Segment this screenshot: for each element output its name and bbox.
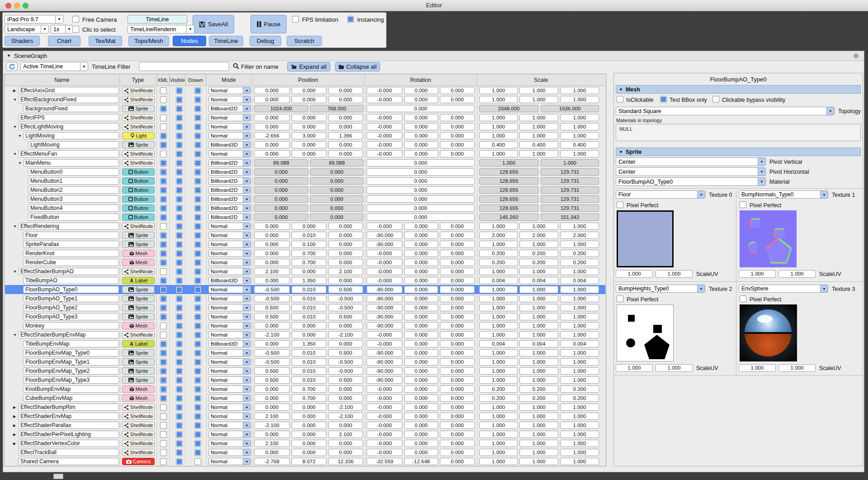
xml-checkbox[interactable] <box>160 404 167 411</box>
rotation-field[interactable]: 0.000 <box>404 241 438 248</box>
active-timeline-select[interactable]: Active TimeLine▼ <box>20 62 88 71</box>
visible-checkbox[interactable] <box>176 323 183 329</box>
texture-select[interactable]: BumpNormals_Type0▼ <box>739 190 828 199</box>
scale-field[interactable]: 1.000 <box>560 313 599 320</box>
position-field[interactable]: 0.000 <box>328 322 363 329</box>
rotation-field[interactable]: 0.000 <box>440 141 475 148</box>
rotation-field[interactable]: -0.000 <box>367 413 402 420</box>
free-camera-checkbox[interactable] <box>72 16 79 23</box>
rotation-field[interactable]: 0.000 <box>404 150 438 157</box>
rotation-field[interactable]: 0.000 <box>404 349 438 356</box>
mode-select[interactable]: Billboard3D▼ <box>208 141 251 148</box>
scale-field[interactable]: 129.731 <box>541 177 599 185</box>
table-row[interactable]: BackgroundFixedSpriteBillboard2D▼1024.00… <box>5 104 605 113</box>
xml-checkbox[interactable] <box>160 314 167 320</box>
position-field[interactable]: -2.100 <box>328 331 363 338</box>
collapse-arrow-icon[interactable]: ▼ <box>13 98 17 102</box>
scale-field[interactable]: 1.000 <box>560 132 599 139</box>
xml-checkbox[interactable] <box>160 377 167 384</box>
rotation-field[interactable]: -90.000 <box>367 241 402 248</box>
scale-field[interactable]: 1.000 <box>479 458 518 465</box>
position-field[interactable]: 0.000 <box>254 96 290 103</box>
position-field[interactable]: 0.000 <box>292 96 326 103</box>
position-field[interactable]: 0.000 <box>328 232 363 239</box>
rotation-field[interactable]: 0.000 <box>367 214 475 221</box>
column-header-position[interactable]: Position <box>252 74 365 86</box>
node-name-field[interactable]: Floor <box>23 232 119 239</box>
table-row[interactable]: FixedButtonButtonBillboard2D▼0.0000.0000… <box>5 213 605 222</box>
scale-field[interactable]: 1.000 <box>479 286 518 293</box>
rotation-field[interactable]: 0.000 <box>440 87 475 94</box>
rotation-field[interactable]: 0.000 <box>404 431 438 438</box>
position-field[interactable]: -2.100 <box>254 422 290 429</box>
rotation-field[interactable]: 0.000 <box>440 132 475 139</box>
xml-checkbox[interactable] <box>160 87 167 94</box>
visible-checkbox[interactable] <box>176 142 183 148</box>
table-row[interactable]: SpriteParallaxSpriteNormal▼0.0000.1000.0… <box>5 240 605 249</box>
rotation-field[interactable]: 0.000 <box>440 385 475 393</box>
column-header-xml[interactable]: XML <box>156 74 170 86</box>
rotation-field[interactable]: -0.000 <box>367 449 402 456</box>
visible-checkbox[interactable] <box>176 151 183 157</box>
scale-field[interactable]: 0.004 <box>519 340 558 347</box>
table-row[interactable]: RenderKnotMeshNormal▼0.0000.7000.000-0.0… <box>5 249 605 258</box>
material-select[interactable]: FloorBumpAO_Type0▼ <box>616 177 766 186</box>
position-field[interactable]: 0.000 <box>254 241 290 248</box>
collapse-arrow-icon[interactable]: ▼ <box>13 270 17 274</box>
rotation-field[interactable]: -0.000 <box>367 150 402 157</box>
position-field[interactable]: 0.500 <box>254 313 290 320</box>
mode-select[interactable]: Normal▼ <box>208 394 251 402</box>
scale-field[interactable]: 1.000 <box>519 431 558 438</box>
position-field[interactable]: 0.700 <box>292 250 326 257</box>
table-row[interactable]: Shared CameraCameraNormal▼-2.7688.07212.… <box>5 457 605 466</box>
scale-field[interactable]: 1.000 <box>519 123 558 130</box>
bypass-visibility-checkbox[interactable] <box>712 96 719 103</box>
table-row[interactable]: EffectFPSShellNodeNormal▼0.0000.0000.000… <box>5 113 605 122</box>
collapse-all-button[interactable]: Collapse all <box>335 62 380 71</box>
clic-to-select-checkbox[interactable] <box>72 26 79 33</box>
drawn-checkbox[interactable] <box>194 404 201 411</box>
position-field[interactable]: -2.100 <box>254 331 290 338</box>
xml-checkbox[interactable] <box>160 277 167 284</box>
mode-select[interactable]: Normal▼ <box>208 250 251 257</box>
xml-checkbox[interactable] <box>160 304 167 311</box>
position-field[interactable]: -0.500 <box>328 367 363 375</box>
table-row[interactable]: FloorSpriteNormal▼0.0000.0100.000-90.000… <box>5 231 605 240</box>
rotation-field[interactable]: 0.000 <box>404 286 438 293</box>
scale-field[interactable]: 1.000 <box>519 87 558 94</box>
position-field[interactable]: 0.010 <box>292 349 326 356</box>
node-name-field[interactable]: MainMenu <box>23 159 119 166</box>
position-field[interactable]: 0.000 <box>254 431 290 438</box>
rotation-field[interactable]: 0.000 <box>440 349 475 356</box>
rotation-field[interactable]: 0.000 <box>440 259 475 266</box>
table-row[interactable]: MenuButton1ButtonBillboard2D▼0.0000.0000… <box>5 176 605 185</box>
drawn-checkbox[interactable] <box>194 178 201 185</box>
scale-field[interactable]: 1.000 <box>519 304 558 311</box>
rotation-field[interactable]: -90.000 <box>367 295 402 302</box>
scale-field[interactable]: 129.731 <box>541 204 599 212</box>
mode-select[interactable]: Billboard2D▼ <box>208 105 251 112</box>
rotation-field[interactable]: 0.000 <box>440 422 475 429</box>
mode-select[interactable]: Normal▼ <box>208 87 251 94</box>
table-row[interactable]: ▼MainMenuShellNodeBillboard2D▼89.08889.0… <box>5 158 605 167</box>
scale-field[interactable]: 0.200 <box>560 250 599 257</box>
rotation-field[interactable]: 0.000 <box>404 223 438 230</box>
scale-field[interactable]: 1.000 <box>479 123 518 130</box>
drawn-checkbox[interactable] <box>194 386 201 393</box>
rotation-field[interactable]: 0.000 <box>367 195 475 203</box>
visible-checkbox[interactable] <box>176 422 183 429</box>
position-field[interactable]: 0.000 <box>328 394 363 402</box>
scale-field[interactable]: 1.000 <box>479 404 518 411</box>
table-row[interactable]: TitleBumpAOALabelBillboard3D▼0.0001.3500… <box>5 276 605 285</box>
position-field[interactable]: 0.000 <box>292 123 326 130</box>
column-header-visible[interactable]: Visible <box>170 74 185 86</box>
texture-select[interactable]: Floor▼ <box>616 190 705 199</box>
rotation-field[interactable]: -0.000 <box>367 141 402 148</box>
rotation-field[interactable]: 0.000 <box>404 295 438 302</box>
mode-select[interactable]: Normal▼ <box>208 458 251 465</box>
drawn-checkbox[interactable] <box>194 277 201 284</box>
position-field[interactable]: -2.768 <box>254 458 290 465</box>
table-row[interactable]: RenderCubeMeshNormal▼0.0000.7000.000-0.0… <box>5 258 605 267</box>
scale-field[interactable]: 1.000 <box>560 431 599 438</box>
position-field[interactable]: 89.088 <box>254 159 308 166</box>
